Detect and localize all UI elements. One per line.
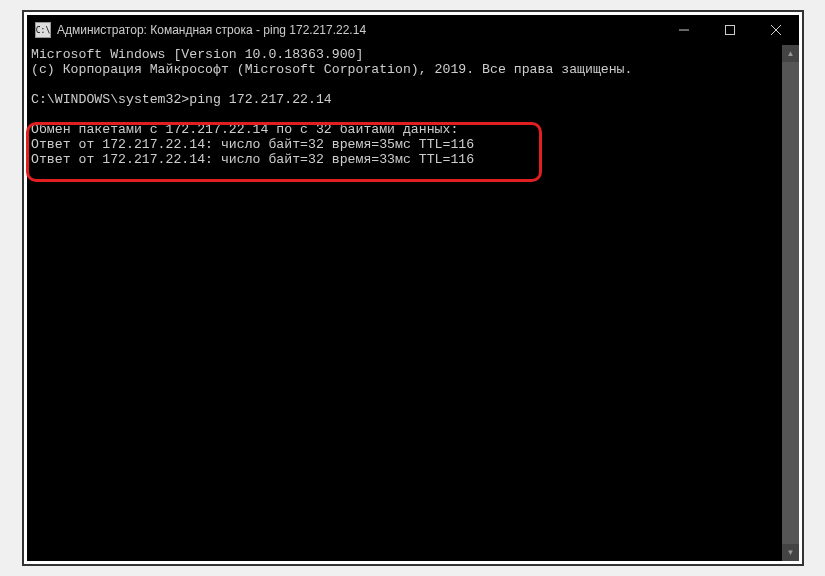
cmd-icon: C:\	[35, 22, 51, 38]
console-output[interactable]: Microsoft Windows [Version 10.0.18363.90…	[27, 45, 782, 561]
prompt-line: C:\WINDOWS\system32>ping 172.217.22.14	[31, 92, 332, 107]
titlebar[interactable]: C:\ Администратор: Командная строка - pi…	[27, 15, 799, 45]
scroll-track[interactable]	[782, 62, 799, 544]
console-area: Microsoft Windows [Version 10.0.18363.90…	[27, 45, 799, 561]
close-button[interactable]	[753, 15, 799, 45]
minimize-button[interactable]	[661, 15, 707, 45]
minimize-icon	[679, 25, 689, 35]
exchange-line: Обмен пакетами с 172.217.22.14 по с 32 б…	[31, 122, 458, 137]
svg-rect-1	[726, 26, 735, 35]
close-icon	[771, 25, 781, 35]
scroll-down-button[interactable]: ▼	[782, 544, 799, 561]
scroll-thumb[interactable]	[782, 62, 799, 544]
vertical-scrollbar[interactable]: ▲ ▼	[782, 45, 799, 561]
chevron-up-icon: ▲	[787, 49, 795, 58]
version-line: Microsoft Windows [Version 10.0.18363.90…	[31, 47, 363, 62]
cmd-window: C:\ Администратор: Командная строка - pi…	[27, 15, 799, 561]
maximize-icon	[725, 25, 735, 35]
scroll-up-button[interactable]: ▲	[782, 45, 799, 62]
reply-line-2: Ответ от 172.217.22.14: число байт=32 вр…	[31, 152, 474, 167]
window-title: Администратор: Командная строка - ping 1…	[57, 23, 661, 37]
reply-line-1: Ответ от 172.217.22.14: число байт=32 вр…	[31, 137, 474, 152]
maximize-button[interactable]	[707, 15, 753, 45]
window-frame: C:\ Администратор: Командная строка - pi…	[22, 10, 804, 566]
window-controls	[661, 15, 799, 45]
copyright-line: (c) Корпорация Майкрософт (Microsoft Cor…	[31, 62, 632, 77]
chevron-down-icon: ▼	[787, 548, 795, 557]
